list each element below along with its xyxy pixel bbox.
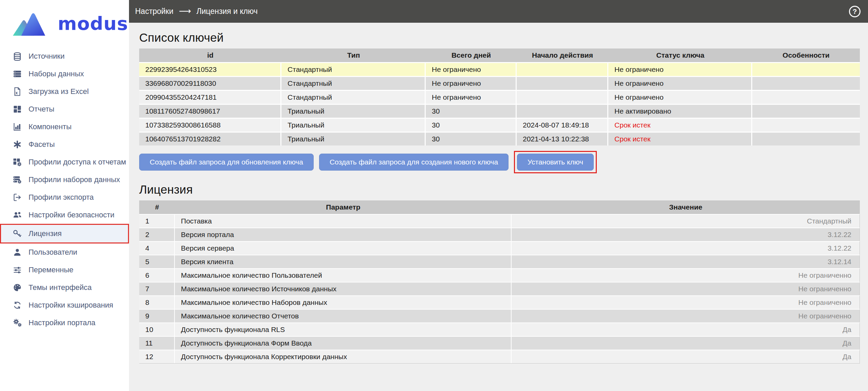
key-days-cell[interactable]: 30 — [426, 118, 517, 132]
key-start-cell[interactable] — [517, 76, 608, 90]
main-content: Список ключей id Тип Всего дней Начало д… — [129, 23, 868, 391]
license-param-cell: Максимальное количество Наборов данных — [175, 295, 512, 309]
sidebar-item-label: Настройки кэширования — [29, 301, 113, 310]
key-row[interactable]: 209904355204247181 Стандартный Не ограни… — [139, 90, 860, 104]
key-features-cell[interactable] — [752, 90, 860, 104]
key-row[interactable]: 1081176052748098617 Триальный 30 Не акти… — [139, 104, 860, 118]
key-start-cell[interactable] — [517, 104, 608, 118]
modus-mountain-logo-icon — [12, 9, 54, 38]
sidebar-item-label: Профили экспорта — [29, 193, 94, 202]
key-type-cell[interactable]: Триальный — [281, 118, 426, 132]
logo-link[interactable]: modus — [0, 0, 129, 37]
license-value-cell: Не ограниченно — [512, 295, 860, 309]
sidebar-item-users[interactable]: Пользователи — [0, 243, 129, 261]
key-id-cell[interactable]: 229923954264310523 — [139, 62, 281, 76]
sidebar-item-license[interactable]: Лицензия — [0, 224, 129, 243]
install-key-button[interactable]: Установить ключ — [517, 154, 594, 171]
key-row[interactable]: 1064076513701928282 Триальный 30 2021-04… — [139, 132, 860, 145]
keys-table-header-row: id Тип Всего дней Начало действия Статус… — [139, 48, 860, 62]
key-id-cell[interactable]: 1064076513701928282 — [139, 132, 281, 145]
key-id-cell[interactable]: 1073382593008616588 — [139, 118, 281, 132]
key-features-cell[interactable] — [752, 104, 860, 118]
license-col-number: # — [139, 200, 175, 214]
key-status-expired-cell[interactable]: Срок истек — [608, 118, 752, 132]
components-icon — [12, 122, 22, 132]
key-type-cell[interactable]: Стандартный — [281, 62, 426, 76]
help-icon[interactable]: ? — [849, 6, 861, 17]
license-row: 7 Максимальное количество Источников дан… — [139, 282, 860, 295]
key-days-cell[interactable]: Не ограничено — [426, 90, 517, 104]
key-start-cell[interactable]: 2024-08-07 18:49:18 — [517, 118, 608, 132]
license-table-header-row: # Параметр Значение — [139, 200, 860, 214]
key-features-cell[interactable] — [752, 76, 860, 90]
license-num-cell: 9 — [139, 309, 175, 322]
key-type-cell[interactable]: Стандартный — [281, 76, 426, 90]
sidebar-item-caching-settings[interactable]: Настройки кэширования — [0, 296, 129, 314]
key-days-cell[interactable]: 30 — [426, 132, 517, 145]
keys-col-total-days: Всего дней — [426, 48, 517, 62]
key-start-cell[interactable] — [517, 90, 608, 104]
security-users-icon — [12, 210, 22, 220]
report-access-profiles-icon — [12, 157, 22, 167]
key-start-cell[interactable] — [517, 62, 608, 76]
topbar: Настройки ⟶ Лицензия и ключ ? — [129, 0, 868, 23]
license-num-cell: 7 — [139, 282, 175, 295]
key-status-expired-cell[interactable]: Срок истек — [608, 132, 752, 145]
sidebar-item-label: Настройки безопасности — [29, 211, 114, 219]
key-status-cell[interactable]: Не ограничено — [608, 76, 752, 90]
license-row: 11 Доступность функционала Форм Ввода Да — [139, 336, 860, 350]
key-features-cell[interactable] — [752, 118, 860, 132]
key-type-cell[interactable]: Триальный — [281, 104, 426, 118]
sidebar-item-reports[interactable]: Отчеты — [0, 100, 129, 118]
key-status-cell[interactable]: Не ограничено — [608, 90, 752, 104]
sidebar-item-label: Отчеты — [29, 105, 54, 114]
key-row[interactable]: 1073382593008616588 Триальный 30 2024-08… — [139, 118, 860, 132]
sidebar-item-label: Темы интерфейса — [29, 283, 92, 292]
sidebar-item-datasets[interactable]: Наборы данных — [0, 65, 129, 83]
gears-icon — [12, 318, 22, 328]
sidebar-item-excel-upload[interactable]: x Загрузка из Excel — [0, 83, 129, 100]
sidebar-item-security-settings[interactable]: Настройки безопасности — [0, 206, 129, 224]
license-value-cell: Да — [512, 336, 860, 350]
key-status-cell[interactable]: Не активировано — [608, 104, 752, 118]
sidebar-item-export-profiles[interactable]: Профили экспорта — [0, 189, 129, 206]
license-param-cell: Версия портала — [175, 228, 512, 241]
license-value-cell: 3.12.22 — [512, 228, 860, 241]
license-value-cell: 3.12.14 — [512, 255, 860, 268]
key-start-cell[interactable]: 2021-04-13 10:22:38 — [517, 132, 608, 145]
sidebar: modus Источники Наборы данных x Загрузка… — [0, 0, 129, 391]
key-type-cell[interactable]: Триальный — [281, 132, 426, 145]
key-features-cell[interactable] — [752, 132, 860, 145]
key-id-cell[interactable]: 1081176052748098617 — [139, 104, 281, 118]
sidebar-item-portal-settings[interactable]: Настройки портала — [0, 314, 129, 332]
breadcrumb: Настройки ⟶ Лицензия и ключ — [129, 6, 258, 16]
license-param-cell: Максимальное количество Источников данны… — [175, 282, 512, 295]
key-id-cell[interactable]: 336968070029118030 — [139, 76, 281, 90]
create-update-key-request-button[interactable]: Создать файл запроса для обновления ключ… — [139, 154, 314, 171]
license-num-cell: 6 — [139, 268, 175, 282]
key-features-cell[interactable] — [752, 62, 860, 76]
sidebar-item-interface-themes[interactable]: Темы интерфейса — [0, 279, 129, 296]
breadcrumb-arrow-icon: ⟶ — [179, 6, 191, 16]
key-id-cell[interactable]: 209904355204247181 — [139, 90, 281, 104]
sidebar-item-label: Загрузка из Excel — [29, 87, 89, 96]
sidebar-item-facets[interactable]: Фасеты — [0, 136, 129, 153]
sidebar-item-report-access-profiles[interactable]: Профили доступа к отчетам — [0, 153, 129, 171]
sidebar-item-dataset-profiles[interactable]: Профили наборов данных — [0, 171, 129, 189]
key-status-cell[interactable]: Не ограничено — [608, 62, 752, 76]
key-type-cell[interactable]: Стандартный — [281, 90, 426, 104]
key-row[interactable]: 336968070029118030 Стандартный Не ограни… — [139, 76, 860, 90]
key-row-selected[interactable]: 229923954264310523 Стандартный Не ограни… — [139, 62, 860, 76]
sidebar-item-label: Настройки портала — [29, 318, 95, 327]
breadcrumb-settings[interactable]: Настройки — [135, 7, 173, 16]
key-days-cell[interactable]: 30 — [426, 104, 517, 118]
key-days-cell[interactable]: Не ограничено — [426, 76, 517, 90]
create-new-key-request-button[interactable]: Создать файл запроса для создания нового… — [319, 154, 509, 171]
sidebar-item-sources[interactable]: Источники — [0, 47, 129, 65]
key-days-cell[interactable]: Не ограничено — [426, 62, 517, 76]
sidebar-item-variables[interactable]: Переменные — [0, 261, 129, 279]
sidebar-item-components[interactable]: Компоненты — [0, 118, 129, 136]
sidebar-item-label: Источники — [29, 52, 64, 61]
license-param-cell: Доступность функционала RLS — [175, 322, 512, 336]
sidebar-item-label: Переменные — [29, 266, 73, 274]
